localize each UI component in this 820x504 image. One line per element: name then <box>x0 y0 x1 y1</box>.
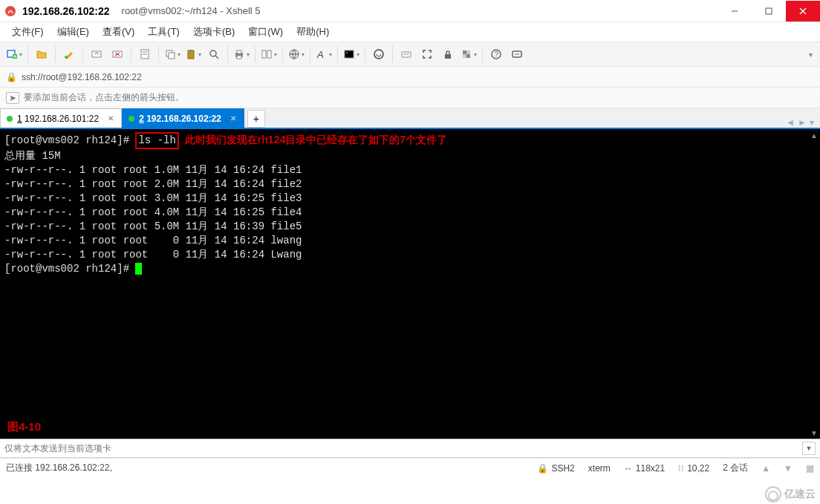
compose-input[interactable] <box>4 443 802 454</box>
status-down-icon[interactable]: ▼ <box>784 463 793 474</box>
toolbar-overflow[interactable]: ▾ <box>809 50 816 59</box>
tab-nav: ◄ ► ▾ <box>780 117 820 128</box>
lock-icon: 🔒 <box>6 72 17 82</box>
status-up-icon[interactable]: ▲ <box>761 463 770 474</box>
svg-point-21 <box>210 50 216 56</box>
terminal-output[interactable]: [root@vms002 rh124]# ls -lh此时我们发现在rh124目… <box>0 129 820 439</box>
tab-next-icon[interactable]: ► <box>798 117 807 128</box>
svg-text:?: ? <box>495 50 499 59</box>
copy-button[interactable]: ▾ <box>163 45 182 64</box>
minimize-button[interactable] <box>718 1 752 22</box>
cursor-pos-icon: ⁝⁝ <box>678 463 684 474</box>
separator <box>365 46 365 62</box>
fullscreen-button[interactable] <box>417 45 437 64</box>
status-termtype: xterm <box>588 463 611 474</box>
status-protocol: 🔒SSH2 <box>537 463 574 474</box>
session-tab-1[interactable]: 1 192.168.26.101:22 ✕ <box>0 108 122 128</box>
separator <box>227 46 228 62</box>
color-scheme-button[interactable]: ▾ <box>342 45 361 64</box>
close-button[interactable] <box>786 1 820 22</box>
separator <box>482 46 483 62</box>
tab-number: 2 <box>139 114 144 124</box>
svg-point-32 <box>374 50 383 59</box>
menu-tools[interactable]: 工具(T) <box>143 23 184 41</box>
file-row: -rw-r--r--. 1 root root 4.0M 11月 14 16:2… <box>4 206 816 220</box>
svg-text:A: A <box>316 49 324 60</box>
maximize-button[interactable] <box>752 1 786 22</box>
tab-label: 192.168.26.102:22 <box>146 114 221 124</box>
tab-number: 1 <box>17 114 22 124</box>
separator <box>282 46 283 62</box>
print-button[interactable]: ▾ <box>232 45 251 64</box>
svg-rect-24 <box>237 50 241 53</box>
hint-add-icon[interactable]: ➤ <box>6 92 19 104</box>
tab-close-icon[interactable]: ✕ <box>230 114 236 122</box>
font-button[interactable]: A▾ <box>314 45 333 64</box>
properties-button[interactable] <box>135 45 154 64</box>
file-row: -rw-r--r--. 1 root root 5.0M 11月 14 16:3… <box>4 220 816 234</box>
tab-close-icon[interactable]: ✕ <box>108 114 114 122</box>
color-tool-button[interactable] <box>59 45 79 64</box>
status-grid-icon[interactable]: ▦ <box>806 463 814 474</box>
add-tab-button[interactable]: + <box>247 110 265 128</box>
tab-menu-caret[interactable]: ▾ <box>810 117 814 128</box>
svg-rect-37 <box>463 50 466 54</box>
title-bar: 192.168.26.102:22 root@vms002:~/rh124 - … <box>0 0 820 22</box>
address-url[interactable]: ssh://root@192.168.26.102:22 <box>22 72 142 82</box>
separator <box>310 46 310 62</box>
paste-button[interactable]: ▾ <box>183 45 203 64</box>
menu-window[interactable]: 窗口(W) <box>244 23 287 41</box>
status-size: ↔118x21 <box>624 463 665 474</box>
total-line: 总用量 15M <box>4 149 816 163</box>
svg-rect-27 <box>267 50 271 58</box>
xagent-button[interactable] <box>369 45 388 64</box>
menu-edit[interactable]: 编辑(E) <box>53 23 94 41</box>
scroll-down-icon[interactable]: ▼ <box>808 427 820 439</box>
help-button[interactable]: ? <box>487 45 506 64</box>
figure-label: 图4-10 <box>7 420 41 434</box>
status-connection: 已连接 192.168.26.102:22。 <box>6 462 524 474</box>
menu-view[interactable]: 查看(V) <box>98 23 139 41</box>
svg-point-9 <box>65 56 68 59</box>
compose-target-dropdown[interactable]: ▼ <box>802 442 816 455</box>
lock-small-icon: 🔒 <box>537 463 548 474</box>
terminal-area[interactable]: [root@vms002 rh124]# ls -lh此时我们发现在rh124目… <box>0 129 820 439</box>
title-text: root@vms002:~/rh124 - Xshell 5 <box>122 5 261 16</box>
shell-prompt: [root@vms002 rh124]# <box>4 134 129 146</box>
menu-help[interactable]: 帮助(H) <box>292 23 333 41</box>
menu-tabs[interactable]: 选项卡(B) <box>189 23 239 41</box>
keymap-button[interactable] <box>397 45 416 64</box>
session-tab-2[interactable]: 2 192.168.26.102:22 ✕ <box>122 108 244 128</box>
svg-rect-26 <box>262 50 266 58</box>
file-row: -rw-r--r--. 1 root root 1.0M 11月 14 16:2… <box>4 163 816 177</box>
lock-button[interactable] <box>438 45 458 64</box>
svg-rect-25 <box>237 56 241 59</box>
tab-prev-icon[interactable]: ◄ <box>786 117 795 128</box>
svg-rect-38 <box>466 54 470 58</box>
app-icon <box>4 5 16 17</box>
separator <box>255 46 256 62</box>
new-session-button[interactable]: ▾ <box>4 45 24 64</box>
terminal-scrollbar[interactable]: ▲ ▼ <box>808 129 820 439</box>
layout-button[interactable]: ▾ <box>259 45 279 64</box>
annotation-text: 此时我们发现在rh124目录中已经存在了如下的7个文件了 <box>185 134 447 145</box>
svg-rect-35 <box>445 54 451 59</box>
encoding-button[interactable]: ▾ <box>287 45 306 64</box>
svg-rect-2 <box>766 8 772 14</box>
cursor-icon <box>135 263 142 275</box>
scroll-up-icon[interactable]: ▲ <box>808 129 820 141</box>
svg-line-22 <box>215 56 218 59</box>
separator <box>27 46 28 62</box>
file-row: -rw-r--r--. 1 root root 2.0M 11月 14 16:2… <box>4 177 816 192</box>
status-sessions: 2 会话 <box>723 462 748 474</box>
status-cursor: ⁝⁝10,22 <box>678 463 709 474</box>
transparency-button[interactable]: ▾ <box>459 45 478 64</box>
compose-bar: ▼ <box>0 439 820 458</box>
search-button[interactable] <box>204 45 224 64</box>
compose-bar-button[interactable] <box>507 45 527 64</box>
open-button[interactable] <box>32 45 51 64</box>
reconnect-button[interactable] <box>87 45 106 64</box>
disconnect-button[interactable] <box>108 45 127 64</box>
menu-file[interactable]: 文件(F) <box>7 23 48 41</box>
hint-bar: ➤ 要添加当前会话，点击左侧的箭头按钮。 <box>0 88 820 108</box>
